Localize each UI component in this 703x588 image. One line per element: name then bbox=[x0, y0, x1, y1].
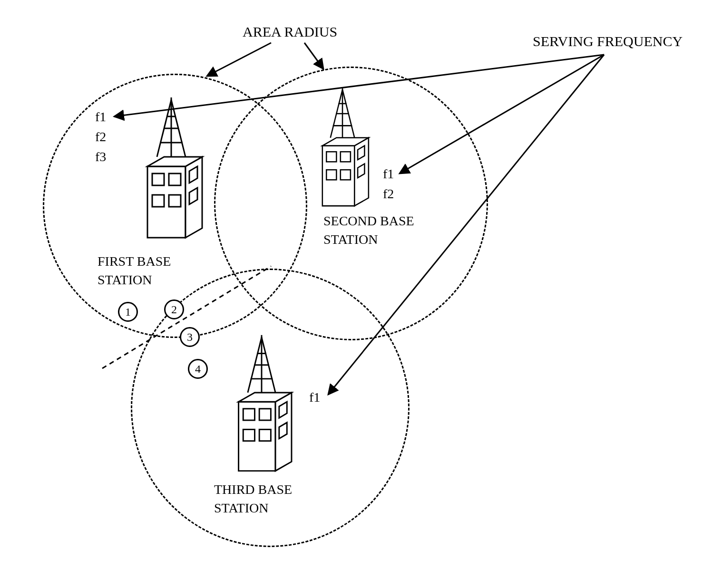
second-station-label: SECOND BASE STATION bbox=[323, 212, 414, 249]
svg-rect-8 bbox=[152, 195, 164, 207]
point-1: 1 bbox=[118, 302, 138, 322]
svg-rect-27 bbox=[259, 409, 271, 420]
first-station-label: FIRST BASE STATION bbox=[98, 252, 171, 289]
svg-rect-29 bbox=[259, 429, 271, 441]
svg-rect-7 bbox=[169, 174, 181, 185]
freq-f1: f1 bbox=[309, 387, 320, 407]
area-radius-label: AREA RADIUS bbox=[243, 24, 337, 40]
freq-f1: f1 bbox=[95, 107, 106, 127]
serving-frequency-label: SERVING FREQUENCY bbox=[533, 33, 683, 49]
freq-f2: f2 bbox=[383, 184, 394, 204]
point-3: 3 bbox=[180, 327, 200, 347]
area-radius-arrow-2 bbox=[304, 43, 323, 69]
svg-rect-26 bbox=[243, 409, 254, 420]
svg-rect-28 bbox=[243, 429, 254, 441]
first-station-frequencies: f1 f2 f3 bbox=[95, 107, 106, 167]
freq-f3: f3 bbox=[95, 147, 106, 167]
diagram-container: AREA RADIUS SERVING FREQUENCY f1 f2 f3 f… bbox=[0, 0, 703, 588]
svg-rect-16 bbox=[326, 152, 336, 162]
svg-rect-17 bbox=[341, 152, 351, 162]
area-radius-arrow-1 bbox=[207, 43, 271, 76]
svg-rect-19 bbox=[341, 170, 351, 180]
second-base-station-icon bbox=[304, 86, 381, 214]
first-base-station-icon bbox=[133, 95, 209, 247]
second-station-frequencies: f1 f2 bbox=[383, 164, 394, 204]
svg-rect-9 bbox=[169, 195, 181, 207]
point-4: 4 bbox=[188, 359, 208, 379]
svg-rect-6 bbox=[152, 174, 164, 185]
freq-f1: f1 bbox=[383, 164, 394, 184]
svg-rect-18 bbox=[326, 170, 336, 180]
point-2: 2 bbox=[164, 299, 184, 319]
third-station-label: THIRD BASE STATION bbox=[214, 480, 292, 517]
third-base-station-icon bbox=[224, 333, 300, 480]
freq-f2: f2 bbox=[95, 127, 106, 147]
third-station-frequencies: f1 bbox=[309, 387, 320, 407]
